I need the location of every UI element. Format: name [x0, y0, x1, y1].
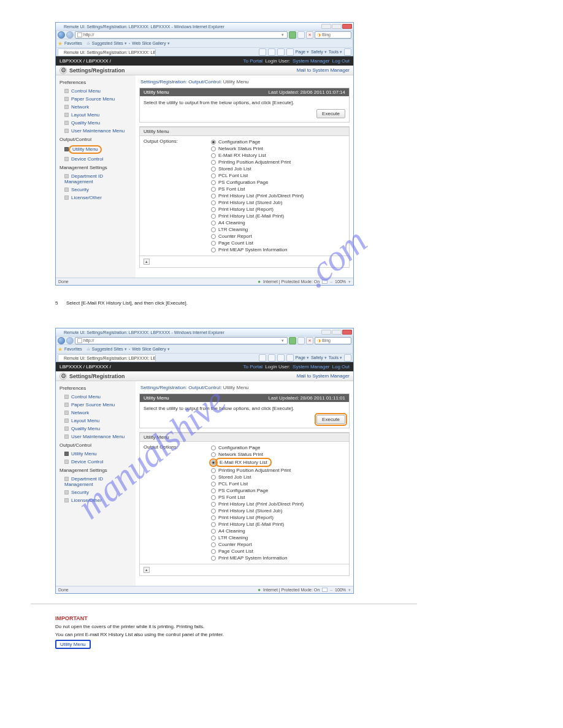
radio-icon[interactable]: [211, 234, 216, 239]
output-option[interactable]: LTR Cleaning: [211, 226, 304, 233]
radio-icon[interactable]: [211, 160, 216, 165]
output-option[interactable]: Print History List (Report): [211, 514, 304, 521]
sidebar-item-device-ctrl[interactable]: Device Control: [56, 155, 136, 163]
radio-icon[interactable]: [211, 214, 216, 219]
radio-icon[interactable]: [211, 194, 216, 199]
radio-icon[interactable]: [211, 227, 216, 232]
radio-icon[interactable]: [211, 221, 216, 226]
sidebar-item-paper-source[interactable]: Paper Source Menu: [56, 95, 136, 103]
output-option[interactable]: PCL Font List: [211, 480, 304, 487]
minimize-button[interactable]: [321, 330, 331, 335]
output-option[interactable]: Configuration Page: [211, 138, 304, 145]
favorites-label[interactable]: Favorites: [64, 41, 82, 45]
home-button[interactable]: [259, 354, 266, 362]
radio-icon[interactable]: [211, 482, 216, 487]
mail-link[interactable]: Mail to System Manager: [297, 67, 350, 73]
crumb-1[interactable]: Settings/Registration:: [140, 385, 187, 390]
forward-button[interactable]: [66, 337, 74, 344]
radio-icon[interactable]: [211, 529, 216, 534]
output-option[interactable]: Print History List (Stored Job): [211, 199, 304, 206]
suggested-sites-link[interactable]: Suggested Sites: [92, 347, 127, 352]
help-button[interactable]: [344, 48, 351, 56]
pin-icon[interactable]: ▴: [144, 259, 150, 265]
sidebar-item-user-maint[interactable]: User Maintenance Menu: [56, 127, 136, 135]
favorites-star-icon[interactable]: ★: [58, 346, 63, 352]
output-option[interactable]: E-Mail RX History List: [211, 152, 304, 159]
to-portal-link[interactable]: To Portal: [243, 58, 263, 64]
tools-menu[interactable]: Tools: [329, 355, 342, 360]
maximize-button[interactable]: [332, 330, 342, 335]
sidebar-item-security[interactable]: Security: [56, 488, 136, 496]
zoom-out-icon[interactable]: –: [330, 588, 332, 592]
output-option[interactable]: Counter Report: [211, 233, 304, 240]
radio-icon[interactable]: [211, 146, 216, 151]
crumb-2[interactable]: Output/Control:: [188, 385, 221, 390]
sidebar-item-license[interactable]: License/Other: [56, 194, 136, 202]
feeds-button[interactable]: [268, 354, 275, 362]
output-option[interactable]: Network Status Print: [211, 145, 304, 152]
radio-icon[interactable]: [211, 140, 216, 145]
radio-icon[interactable]: [211, 515, 216, 520]
sidebar-item-device-ctrl[interactable]: Device Control: [56, 458, 136, 466]
to-portal-link[interactable]: To Portal: [243, 364, 263, 370]
go-button[interactable]: [289, 31, 296, 39]
output-option[interactable]: PCL Font List: [211, 172, 304, 179]
radio-icon[interactable]: [211, 495, 216, 500]
sidebar-item-utility[interactable]: Utility Menu: [56, 144, 136, 155]
sidebar-item-paper-source[interactable]: Paper Source Menu: [56, 401, 136, 409]
output-option[interactable]: Print MEAP System Information: [211, 246, 304, 253]
radio-icon[interactable]: [211, 446, 216, 450]
radio-icon[interactable]: [211, 200, 216, 205]
favorites-label[interactable]: Favorites: [64, 347, 82, 351]
url-dropdown-icon[interactable]: ▾: [280, 32, 285, 37]
minimize-button[interactable]: [321, 24, 331, 29]
output-option[interactable]: A4 Cleaning: [211, 219, 304, 226]
suggested-sites-link[interactable]: Suggested Sites: [92, 41, 127, 46]
home-button[interactable]: [259, 48, 266, 56]
radio-icon[interactable]: [211, 180, 216, 185]
output-option[interactable]: Stored Job List: [211, 165, 304, 172]
web-slice-link[interactable]: Web Slice Gallery: [132, 41, 169, 46]
zoom-out-icon[interactable]: –: [330, 279, 332, 284]
radio-icon[interactable]: [211, 452, 216, 457]
radio-icon[interactable]: [211, 509, 216, 514]
sidebar-item-security[interactable]: Security: [56, 186, 136, 194]
url-dropdown-icon[interactable]: ▾: [280, 338, 285, 343]
output-option[interactable]: Stored Job List: [211, 474, 304, 480]
crumb-1[interactable]: Settings/Registration:: [140, 79, 187, 85]
favorites-star-icon[interactable]: ★: [58, 40, 63, 47]
sidebar-item-dept-id[interactable]: Department ID Management: [56, 172, 136, 186]
close-button[interactable]: [342, 330, 352, 335]
output-option[interactable]: LTR Cleaning: [211, 534, 304, 541]
forward-button[interactable]: [66, 31, 74, 39]
stop-button[interactable]: ×: [306, 31, 313, 39]
radio-icon[interactable]: [211, 502, 216, 507]
zoom-dd-icon[interactable]: ▾: [348, 588, 351, 593]
output-option[interactable]: PS Configuration Page: [211, 487, 304, 494]
refresh-button[interactable]: [297, 31, 305, 39]
output-option[interactable]: Print History List (Stored Job): [211, 507, 304, 514]
output-option[interactable]: Configuration Page: [211, 444, 304, 451]
back-button[interactable]: [58, 337, 65, 344]
sidebar-item-control[interactable]: Control Menu: [56, 87, 136, 95]
browser-tab[interactable]: Remote UI: Settings/Registration: LBPXXX…: [58, 354, 156, 362]
output-option[interactable]: Printing Position Adjustment Print: [211, 159, 304, 165]
radio-icon[interactable]: [211, 153, 216, 158]
radio-icon[interactable]: [211, 207, 216, 212]
radio-icon[interactable]: [211, 187, 216, 192]
refresh-button[interactable]: [297, 337, 305, 344]
radio-icon[interactable]: [211, 248, 216, 252]
radio-icon[interactable]: [211, 173, 216, 178]
sidebar-item-license[interactable]: License/Other: [56, 496, 136, 504]
address-bar[interactable]: http:// ▾: [75, 337, 288, 344]
output-option[interactable]: Print History List (Print Job/Direct Pri…: [211, 192, 304, 199]
execute-button[interactable]: Execute: [316, 415, 345, 424]
back-button[interactable]: [58, 31, 65, 39]
address-bar[interactable]: http:// ▾: [75, 31, 288, 39]
sidebar-item-quality[interactable]: Quality Menu: [56, 425, 136, 433]
mail-link[interactable]: Mail to System Manager: [297, 373, 350, 379]
output-option[interactable]: E-Mail RX History List: [211, 458, 304, 467]
help-button[interactable]: [344, 354, 351, 362]
sidebar-item-user-maint[interactable]: User Maintenance Menu: [56, 433, 136, 441]
search-box[interactable]: ◑ Bing: [315, 31, 351, 39]
